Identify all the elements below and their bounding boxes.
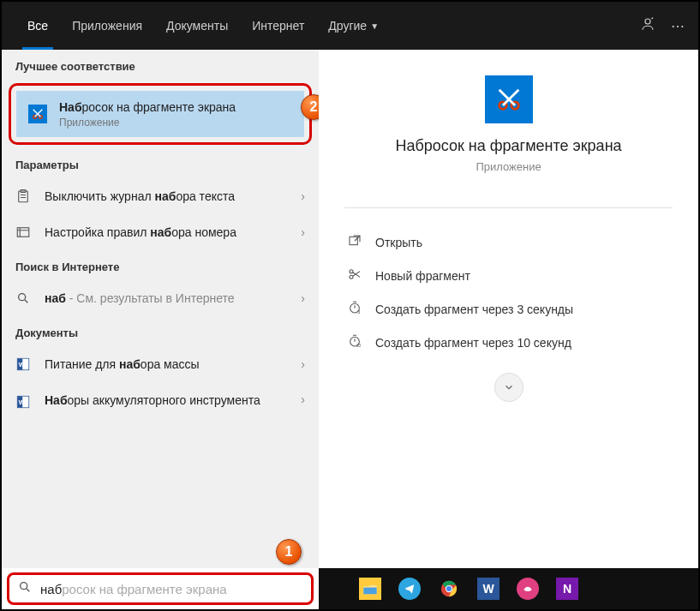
result-title: Набросок на фрагменте экрана	[59, 99, 236, 115]
result-subtitle: Приложение	[59, 117, 236, 129]
word-doc-icon: W	[14, 355, 33, 374]
result-snip-sketch[interactable]: Набросок на фрагменте экрана Приложение	[16, 91, 304, 137]
result-doc-2[interactable]: W Наборы аккумуляторного инструмента ›	[2, 382, 319, 420]
result-web-search[interactable]: наб - См. результаты в Интернете ›	[2, 280, 319, 316]
section-settings: Параметры	[2, 148, 319, 178]
chevron-right-icon: ›	[301, 357, 305, 371]
action-snip-3s[interactable]: 3 Создать фрагмент через 3 секунды	[344, 292, 673, 326]
result-setting-typing-journal[interactable]: Выключить журнал набора текста ›	[2, 178, 319, 214]
open-icon	[348, 234, 363, 250]
svg-text:W: W	[19, 361, 26, 368]
chevron-right-icon: ›	[301, 189, 305, 203]
search-icon	[14, 289, 33, 308]
results-panel: Лучшее соответствие Набросок на фрагмент…	[2, 50, 319, 568]
svg-text:10: 10	[356, 344, 362, 348]
svg-text:W: W	[19, 398, 26, 406]
svg-point-6	[19, 294, 26, 301]
settings-panel-icon	[14, 223, 33, 242]
search-header: Все Приложения Документы Интернет Другие…	[2, 2, 698, 50]
chevron-right-icon: ›	[301, 392, 305, 406]
timer-10-icon: 10	[348, 334, 363, 350]
taskbar-app[interactable]	[511, 572, 545, 606]
search-input[interactable]: набросок на фрагменте экрана	[7, 572, 314, 605]
taskbar-word[interactable]: W	[471, 572, 506, 606]
search-icon	[18, 580, 32, 597]
chevron-down-icon: ▼	[370, 21, 379, 31]
expand-button[interactable]	[494, 373, 524, 402]
annotation-highlight-2: Набросок на фрагменте экрана Приложение …	[9, 83, 312, 145]
section-web: Поиск в Интернете	[2, 250, 319, 280]
tab-other[interactable]: Другие ▼	[316, 2, 391, 50]
taskbar-telegram[interactable]	[392, 572, 427, 606]
taskbar: W N	[319, 568, 698, 609]
svg-rect-15	[350, 237, 357, 244]
tab-documents[interactable]: Документы	[154, 2, 240, 50]
svg-rect-24	[363, 584, 369, 587]
svg-point-22	[21, 583, 27, 590]
svg-point-16	[350, 270, 353, 273]
section-best-match: Лучшее соответствие	[2, 50, 319, 80]
svg-point-0	[645, 19, 650, 24]
scissors-icon	[348, 267, 363, 284]
preview-panel: Набросок на фрагменте экрана Приложение …	[319, 50, 698, 568]
clipboard-icon	[14, 187, 33, 206]
svg-text:3: 3	[357, 309, 360, 314]
snip-sketch-icon	[28, 105, 47, 123]
divider	[344, 207, 673, 208]
tab-all[interactable]: Все	[15, 2, 60, 50]
chevron-right-icon: ›	[301, 225, 305, 239]
svg-point-17	[350, 275, 353, 279]
action-new-snip[interactable]: Новый фрагмент	[344, 259, 673, 292]
svg-rect-5	[17, 228, 29, 237]
action-snip-10s[interactable]: 10 Создать фрагмент через 10 секунд	[344, 326, 673, 359]
tab-internet[interactable]: Интернет	[240, 2, 316, 50]
app-subtitle: Приложение	[476, 160, 541, 173]
app-title: Набросок на фрагменте экрана	[395, 137, 621, 155]
feedback-icon[interactable]	[640, 16, 655, 35]
timer-3-icon: 3	[348, 301, 363, 317]
action-open[interactable]: Открыть	[344, 225, 673, 259]
chevron-right-icon: ›	[301, 291, 305, 305]
result-setting-dial-rules[interactable]: Настройка правил набора номера ›	[2, 214, 319, 250]
tab-apps[interactable]: Приложения	[60, 2, 154, 50]
svg-point-28	[446, 586, 452, 591]
taskbar-onenote[interactable]: N	[550, 572, 584, 606]
word-doc-icon: W	[14, 392, 33, 411]
taskbar-explorer[interactable]	[353, 572, 387, 606]
more-icon[interactable]: ⋯	[671, 18, 685, 34]
svg-rect-25	[363, 588, 376, 595]
result-doc-1[interactable]: W Питание для набора массы ›	[2, 346, 319, 382]
annotation-marker-1: 1	[276, 539, 302, 565]
section-documents: Документы	[2, 316, 319, 346]
taskbar-chrome[interactable]	[432, 572, 466, 606]
search-bar-area: 1 набросок на фрагменте экрана	[2, 568, 319, 609]
filter-tabs: Все Приложения Документы Интернет Другие…	[15, 2, 391, 50]
app-hero-icon	[485, 75, 533, 123]
